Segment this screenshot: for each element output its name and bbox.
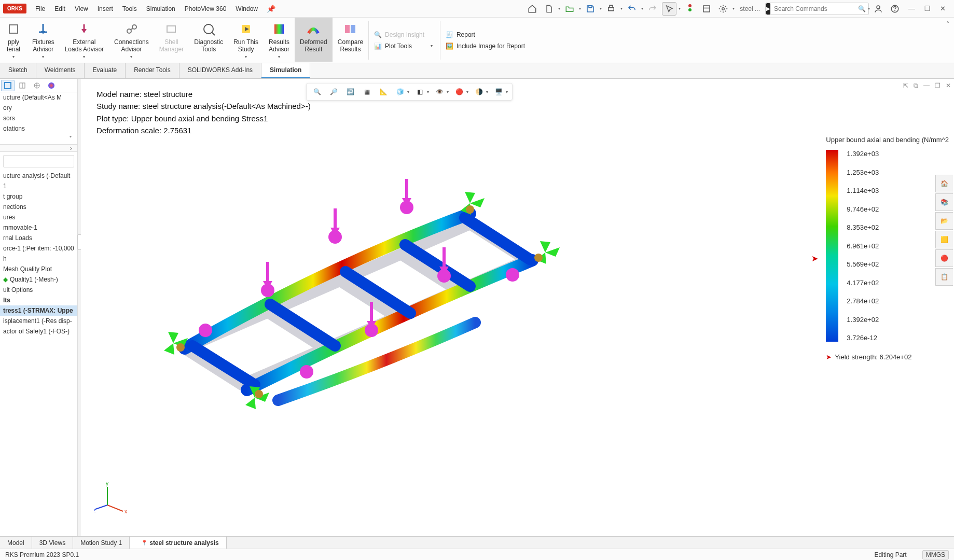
feature-tree-item[interactable]: ucture (Default<As M bbox=[0, 92, 77, 103]
vp-split-new-icon[interactable]: ⧉ bbox=[914, 82, 918, 89]
sim-tree-item[interactable]: ures bbox=[0, 212, 77, 222]
taskpane-properties-icon[interactable]: 📋 bbox=[935, 268, 953, 286]
view-orientation-icon[interactable]: 🧊 bbox=[393, 85, 407, 99]
zoom-fit-icon[interactable]: 🔍 bbox=[310, 85, 324, 99]
vp-minimize-button[interactable]: — bbox=[923, 82, 930, 89]
bottom-tab-3d-views[interactable]: 3D Views bbox=[32, 537, 73, 549]
menu-window[interactable]: Window bbox=[231, 2, 262, 16]
menu-photoview[interactable]: PhotoView 360 bbox=[180, 2, 231, 16]
menu-view[interactable]: View bbox=[70, 2, 93, 16]
dynamic-annot-icon[interactable]: 📐 bbox=[376, 85, 391, 99]
ribbon-pply-button[interactable]: pplyterial▾ bbox=[0, 18, 27, 62]
sim-tree-item[interactable]: ult Options bbox=[0, 285, 77, 295]
previous-view-icon[interactable]: ↩️ bbox=[343, 85, 357, 99]
ws-tab-simulation[interactable]: Simulation bbox=[261, 63, 310, 78]
sim-tree-item[interactable]: nections bbox=[0, 202, 77, 212]
design-insight-button[interactable]: 🔍 Design Insight bbox=[369, 29, 440, 40]
ribbon-drop-icon[interactable]: ▾ bbox=[233, 53, 258, 61]
help-icon[interactable] bbox=[888, 2, 902, 16]
include-image-button[interactable]: 🖼️ Include Image for Report bbox=[440, 40, 530, 52]
command-search[interactable]: ▶ 🔍 ▾ bbox=[765, 3, 869, 15]
section-view-icon[interactable]: ▦ bbox=[360, 85, 374, 99]
plot-tools-button[interactable]: 📊 Plot Tools ▾ bbox=[369, 40, 440, 52]
menu-pin-icon[interactable]: 📌 bbox=[267, 5, 275, 13]
save-icon[interactable] bbox=[583, 2, 598, 16]
feature-tree-tab-icon[interactable] bbox=[1, 80, 15, 91]
ws-tab-solidworks-add-ins[interactable]: SOLIDWORKS Add-Ins bbox=[179, 63, 261, 78]
open-icon[interactable] bbox=[562, 2, 577, 16]
sim-tree-item[interactable]: orce-1 (:Per item: -10,000 bbox=[0, 243, 77, 254]
ribbon-run-this-button[interactable]: Run ThisStudy▾ bbox=[228, 18, 264, 62]
status-units[interactable]: MMGS bbox=[922, 550, 949, 559]
appearance-icon[interactable]: 🔴 bbox=[452, 85, 466, 99]
ribbon-drop-icon[interactable]: ▾ bbox=[65, 53, 104, 61]
menu-simulation[interactable]: Simulation bbox=[142, 2, 180, 16]
sim-tree-item[interactable]: Mesh Quality Plot bbox=[0, 264, 77, 274]
bottom-tab-model[interactable]: Model bbox=[0, 537, 32, 549]
menu-file[interactable]: File bbox=[31, 2, 50, 16]
sim-tree-item[interactable]: mmovable-1 bbox=[0, 222, 77, 233]
taskpane-appearance-icon[interactable]: 🔴 bbox=[935, 249, 953, 267]
ribbon-deformed-button[interactable]: DeformedResult bbox=[295, 18, 333, 62]
config-manager-tab-icon[interactable] bbox=[30, 80, 44, 91]
scene-icon[interactable]: 🌗 bbox=[472, 85, 486, 99]
sim-tree-item[interactable]: lts bbox=[0, 295, 77, 305]
ws-tab-evaluate[interactable]: Evaluate bbox=[85, 63, 126, 78]
menu-tools[interactable]: Tools bbox=[118, 2, 142, 16]
ribbon-collapse-icon[interactable]: ˄ bbox=[942, 18, 954, 63]
traffic-light-icon[interactable] bbox=[683, 2, 697, 16]
ribbon-external-button[interactable]: ExternalLoads Advisor▾ bbox=[60, 18, 109, 62]
graphics-viewport[interactable]: Model name: steel structure Study name: … bbox=[81, 79, 954, 536]
feature-tree-expand[interactable]: › bbox=[0, 145, 77, 152]
ribbon-drop-icon[interactable]: ▾ bbox=[32, 53, 54, 61]
sim-tree-item[interactable]: tress1 (-STRMAX: Uppe bbox=[0, 305, 77, 316]
command-search-input[interactable] bbox=[771, 5, 855, 12]
ws-tab-sketch[interactable]: Sketch bbox=[0, 63, 36, 78]
taskpane-library-icon[interactable]: 📚 bbox=[935, 193, 953, 211]
ribbon-compare-button[interactable]: CompareResults bbox=[333, 18, 368, 62]
bottom-tab-motion-study-1[interactable]: Motion Study 1 bbox=[73, 537, 130, 549]
sim-tree-item[interactable]: isplacement1 (-Res disp- bbox=[0, 316, 77, 326]
print-icon[interactable] bbox=[604, 2, 618, 16]
simulation-study-tree[interactable]: ucture analysis (-Default1t groupnection… bbox=[0, 171, 77, 536]
vp-close-button[interactable]: ✕ bbox=[946, 82, 951, 89]
feature-tree[interactable]: ucture (Default<As Morysorsotations˅ bbox=[0, 92, 77, 145]
ribbon-results-button[interactable]: ResultsAdvisor▾ bbox=[264, 18, 295, 62]
ribbon-drop-icon[interactable]: ▾ bbox=[269, 53, 289, 61]
ribbon-drop-icon[interactable]: ▾ bbox=[114, 53, 149, 61]
view-settings-icon[interactable]: 🖥️ bbox=[491, 85, 506, 99]
feature-tree-item[interactable]: ory bbox=[0, 103, 77, 113]
display-style-icon[interactable]: ◧ bbox=[412, 85, 427, 99]
appearance-tab-icon[interactable] bbox=[45, 80, 58, 91]
ws-tab-render-tools[interactable]: Render Tools bbox=[126, 63, 179, 78]
sim-tree-item[interactable]: actor of Safety1 (-FOS-) bbox=[0, 326, 77, 337]
minimize-button[interactable]: — bbox=[908, 5, 915, 12]
home-icon[interactable] bbox=[525, 2, 540, 16]
sim-tree-item[interactable]: h bbox=[0, 254, 77, 264]
menu-insert[interactable]: Insert bbox=[93, 2, 118, 16]
ws-tab-weldments[interactable]: Weldments bbox=[36, 63, 85, 78]
close-button[interactable]: ✕ bbox=[940, 5, 946, 12]
select-tool-icon[interactable] bbox=[662, 2, 676, 16]
taskpane-file-explorer-icon[interactable]: 📂 bbox=[935, 212, 953, 230]
ribbon-connections-button[interactable]: ConnectionsAdvisor▾ bbox=[109, 18, 154, 62]
search-icon[interactable]: 🔍 bbox=[855, 5, 869, 12]
menu-edit[interactable]: Edit bbox=[50, 2, 70, 16]
sim-tree-filter[interactable] bbox=[3, 155, 74, 167]
zoom-area-icon[interactable]: 🔎 bbox=[326, 85, 341, 99]
sim-tree-item[interactable]: rnal Loads bbox=[0, 233, 77, 243]
restore-button[interactable]: ❐ bbox=[924, 5, 931, 12]
user-icon[interactable] bbox=[871, 2, 886, 16]
form-icon[interactable] bbox=[699, 2, 714, 16]
sim-tree-item[interactable]: ◆Quality1 (-Mesh-) bbox=[0, 274, 77, 285]
sim-tree-item[interactable]: t group bbox=[0, 191, 77, 202]
ribbon-diagnostic-button[interactable]: DiagnosticTools bbox=[189, 18, 228, 62]
feature-tree-scroll-down-icon[interactable]: ˅ bbox=[0, 134, 77, 144]
taskpane-view-palette-icon[interactable]: 🟨 bbox=[935, 231, 953, 248]
vp-restore-button[interactable]: ❐ bbox=[935, 82, 941, 89]
hide-show-icon[interactable]: 👁️ bbox=[432, 85, 447, 99]
command-run-icon[interactable]: ▶ bbox=[766, 3, 770, 15]
bottom-tab-steel-structure-analysis[interactable]: 📍steel structure analysis bbox=[130, 537, 226, 549]
orientation-triad-icon[interactable]: x y z bbox=[94, 479, 131, 515]
redo-icon[interactable] bbox=[645, 2, 660, 16]
